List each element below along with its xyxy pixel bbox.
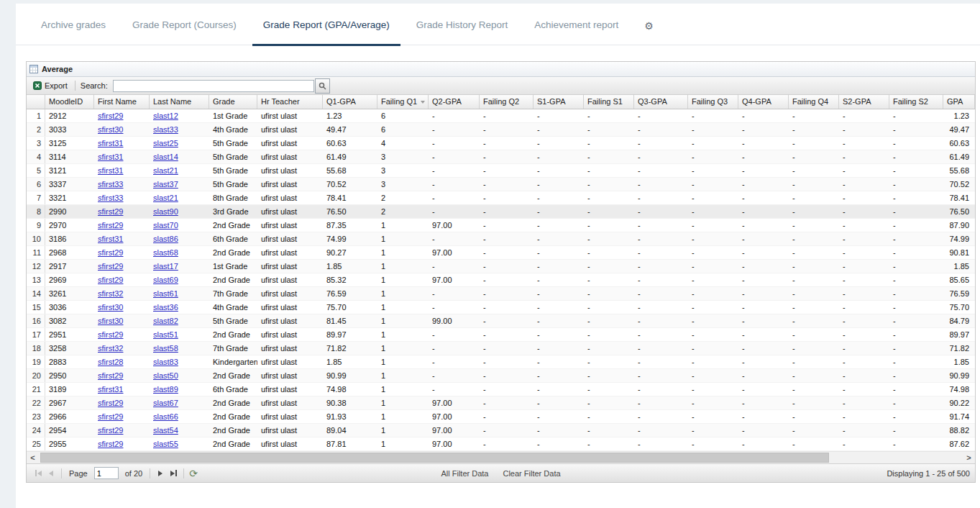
student-first-name-link[interactable]: sfirst31 xyxy=(98,139,123,148)
column-header-q3-gpa[interactable]: Q3-GPA xyxy=(634,95,688,109)
column-header-first-name[interactable]: First Name xyxy=(94,95,150,109)
column-header-s2-gpa[interactable]: S2-GPA xyxy=(839,95,889,109)
table-row[interactable]: 53121sfirst31slast215th Gradeufirst ulas… xyxy=(27,164,975,178)
student-first-name-link[interactable]: sfirst30 xyxy=(98,125,123,134)
column-header-hr-teacher[interactable]: Hr Teacher xyxy=(257,95,323,109)
table-row[interactable]: 213189sfirst31slast896th Gradeufirst ula… xyxy=(27,383,975,396)
column-header-failing-q1[interactable]: Failing Q1 xyxy=(377,95,429,109)
student-last-name-link[interactable]: slast21 xyxy=(153,194,178,202)
student-last-name-link[interactable]: slast89 xyxy=(153,385,178,394)
tab-grade-history-report[interactable]: Grade History Report xyxy=(406,5,519,46)
student-first-name-link[interactable]: sfirst32 xyxy=(98,289,123,298)
table-row[interactable]: 172951sfirst29slast512nd Gradeufirst ula… xyxy=(27,328,975,342)
search-input[interactable] xyxy=(113,80,314,92)
previous-page-button[interactable] xyxy=(45,467,58,480)
student-first-name-link[interactable]: sfirst32 xyxy=(98,344,123,353)
student-last-name-link[interactable]: slast58 xyxy=(153,344,178,353)
table-row[interactable]: 252955sfirst29slast552nd Gradeufirst ula… xyxy=(27,437,975,451)
search-button[interactable] xyxy=(315,78,330,94)
student-last-name-link[interactable]: slast90 xyxy=(153,207,178,216)
student-first-name-link[interactable]: sfirst29 xyxy=(98,440,123,448)
student-last-name-link[interactable]: slast83 xyxy=(153,358,178,366)
table-row[interactable]: 82990sfirst29slast903rd Gradeufirst ulas… xyxy=(27,205,975,219)
student-first-name-link[interactable]: sfirst33 xyxy=(98,194,123,202)
student-last-name-link[interactable]: slast66 xyxy=(153,412,178,421)
table-row[interactable]: 242954sfirst29slast542nd Gradeufirst ula… xyxy=(27,424,975,437)
student-last-name-link[interactable]: slast61 xyxy=(153,289,178,298)
table-row[interactable]: 23033sfirst30slast334th Gradeufirst ulas… xyxy=(27,123,975,137)
student-first-name-link[interactable]: sfirst29 xyxy=(98,426,123,435)
column-header-failing-q3[interactable]: Failing Q3 xyxy=(688,95,738,109)
column-header-q4-gpa[interactable]: Q4-GPA xyxy=(738,95,789,109)
table-row[interactable]: 43114sfirst31slast145th Gradeufirst ulas… xyxy=(27,150,975,164)
table-row[interactable]: 92970sfirst29slast702nd Gradeufirst ulas… xyxy=(27,219,975,232)
student-first-name-link[interactable]: sfirst30 xyxy=(98,303,123,312)
tab-archive-grades[interactable]: Archive grades xyxy=(30,5,116,46)
scrollbar-thumb[interactable] xyxy=(40,453,829,463)
column-header-grade[interactable]: Grade xyxy=(209,95,257,109)
column-header-last-name[interactable]: Last Name xyxy=(150,95,209,109)
table-row[interactable]: 153036sfirst30slast364th Gradeufirst ula… xyxy=(27,301,975,314)
student-last-name-link[interactable]: slast82 xyxy=(153,317,178,325)
table-row[interactable]: 192883sfirst28slast83Kindergartenufirst … xyxy=(27,355,975,369)
student-last-name-link[interactable]: slast51 xyxy=(153,330,178,339)
all-filter-data-button[interactable]: All Filter Data xyxy=(441,469,488,478)
gear-icon[interactable]: ⚙ xyxy=(644,20,654,32)
student-first-name-link[interactable]: sfirst33 xyxy=(98,180,123,189)
column-header-moodleid[interactable]: MoodleID xyxy=(45,95,94,109)
first-page-button[interactable] xyxy=(32,467,45,480)
table-row[interactable]: 202950sfirst29slast502nd Gradeufirst ula… xyxy=(27,369,975,383)
column-header-q1-gpa[interactable]: Q1-GPA xyxy=(323,95,377,109)
column-header-failing-s2[interactable]: Failing S2 xyxy=(889,95,943,109)
table-row[interactable]: 73321sfirst33slast218th Gradeufirst ulas… xyxy=(27,191,975,205)
student-first-name-link[interactable]: sfirst29 xyxy=(98,262,123,271)
column-header-failing-q2[interactable]: Failing Q2 xyxy=(480,95,533,109)
export-button[interactable]: Export xyxy=(29,78,71,93)
table-row[interactable]: 12912sfirst29slast121st Gradeufirst ulas… xyxy=(27,109,975,123)
student-first-name-link[interactable]: sfirst31 xyxy=(98,166,123,175)
scrollbar-track[interactable] xyxy=(39,452,963,463)
table-row[interactable]: 112968sfirst29slast682nd Gradeufirst ula… xyxy=(27,246,975,260)
student-last-name-link[interactable]: slast67 xyxy=(153,399,178,407)
column-header-failing-q4[interactable]: Failing Q4 xyxy=(789,95,839,109)
tab-grade-report-gpa-average[interactable]: Grade Report (GPA/Average) xyxy=(252,5,400,46)
student-last-name-link[interactable]: slast25 xyxy=(153,139,178,148)
student-first-name-link[interactable]: sfirst31 xyxy=(98,153,123,161)
student-last-name-link[interactable]: slast54 xyxy=(153,426,178,435)
column-header-s1-gpa[interactable]: S1-GPA xyxy=(533,95,584,109)
last-page-button[interactable] xyxy=(167,467,180,480)
next-page-button[interactable] xyxy=(154,467,167,480)
scroll-right-button[interactable]: > xyxy=(963,452,975,463)
student-last-name-link[interactable]: slast33 xyxy=(153,125,178,134)
student-first-name-link[interactable]: sfirst31 xyxy=(98,235,123,243)
table-row[interactable]: 143261sfirst32slast617th Gradeufirst ula… xyxy=(27,287,975,301)
table-row[interactable]: 103186sfirst31slast866th Gradeufirst ula… xyxy=(27,232,975,246)
student-first-name-link[interactable]: sfirst29 xyxy=(98,371,123,380)
student-last-name-link[interactable]: slast68 xyxy=(153,248,178,257)
student-first-name-link[interactable]: sfirst29 xyxy=(98,330,123,339)
student-first-name-link[interactable]: sfirst29 xyxy=(98,276,123,284)
table-row[interactable]: 222967sfirst29slast672nd Gradeufirst ula… xyxy=(27,396,975,410)
scroll-left-button[interactable]: < xyxy=(27,452,39,463)
student-last-name-link[interactable]: slast12 xyxy=(153,112,178,120)
column-header-q2-gpa[interactable]: Q2-GPA xyxy=(429,95,480,109)
column-header-failing-s1[interactable]: Failing S1 xyxy=(584,95,634,109)
student-last-name-link[interactable]: slast36 xyxy=(153,303,178,312)
student-last-name-link[interactable]: slast17 xyxy=(153,262,178,271)
student-first-name-link[interactable]: sfirst29 xyxy=(98,112,123,120)
table-row[interactable]: 232966sfirst29slast662nd Gradeufirst ula… xyxy=(27,410,975,424)
table-row[interactable]: 63337sfirst33slast375th Gradeufirst ulas… xyxy=(27,178,975,191)
student-last-name-link[interactable]: slast14 xyxy=(153,153,178,161)
student-first-name-link[interactable]: sfirst29 xyxy=(98,399,123,407)
page-number-input[interactable] xyxy=(94,467,119,479)
student-last-name-link[interactable]: slast69 xyxy=(153,276,178,284)
student-first-name-link[interactable]: sfirst29 xyxy=(98,248,123,257)
tab-achievement-report[interactable]: Achievement report xyxy=(523,5,629,46)
student-last-name-link[interactable]: slast55 xyxy=(153,440,178,448)
table-row[interactable]: 122917sfirst29slast171st Gradeufirst ula… xyxy=(27,260,975,273)
refresh-icon[interactable]: ⟳ xyxy=(189,468,198,478)
student-last-name-link[interactable]: slast50 xyxy=(153,371,178,380)
student-last-name-link[interactable]: slast37 xyxy=(153,180,178,189)
column-header-gpa[interactable]: GPA xyxy=(943,95,975,109)
table-row[interactable]: 132969sfirst29slast692nd Gradeufirst ula… xyxy=(27,273,975,287)
